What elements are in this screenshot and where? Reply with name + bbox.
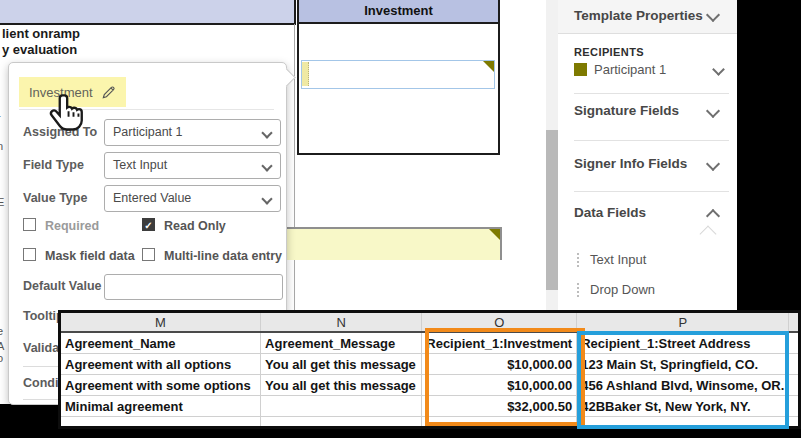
cell[interactable] (789, 332, 800, 354)
participant-color-swatch (574, 63, 587, 76)
cell[interactable]: Recipient_1:Investment (422, 332, 577, 354)
field-corner-marker (489, 229, 500, 240)
data-field-item-drop-down[interactable]: Drop Down (558, 282, 737, 300)
value-type-value: Entered Value (113, 191, 191, 205)
cell[interactable]: $10,000.00 (422, 354, 577, 375)
document-table-border (294, 24, 295, 310)
participant-label: Participant 1 (594, 62, 666, 77)
document-scrollbar[interactable] (546, 0, 558, 310)
divider (574, 191, 729, 192)
signer-info-fields-label: Signer Info Fields (574, 156, 687, 171)
unselected-field-on-document[interactable] (284, 227, 502, 260)
read-only-label: Read Only (164, 219, 226, 233)
column-letter[interactable]: O (422, 312, 577, 333)
required-checkbox[interactable] (23, 218, 36, 231)
signature-fields-section[interactable]: Signature Fields (558, 103, 737, 123)
table-row: Agreement with some options You all get … (60, 375, 800, 396)
cell[interactable]: $32,000.50 (422, 396, 577, 417)
cell[interactable]: You all get this message (261, 354, 422, 375)
drag-handle-icon[interactable] (577, 283, 579, 297)
cell[interactable]: Recipient_1:Street Address (577, 332, 789, 354)
popup-callout-notch (277, 68, 295, 86)
document-investment-table: Investment (297, 0, 500, 155)
multi-line-label: Multi-line data entry (164, 249, 282, 263)
cell[interactable]: Agreement_Name (60, 332, 261, 354)
cell[interactable]: 456 Ashland Blvd, Winsome, OR. (577, 375, 789, 396)
recipient-participant-row[interactable]: Participant 1 (574, 62, 724, 78)
field-type-dropdown[interactable]: Text Input (104, 152, 281, 179)
chevron-down-icon (261, 160, 272, 171)
clipped-text-fragment: r (0, 112, 1, 124)
read-only-checkbox[interactable]: ✓ (142, 218, 155, 231)
cell[interactable] (261, 417, 422, 428)
clipped-text-fragment: o (0, 352, 3, 364)
excel-spreadsheet: M N O P Agreement_Name Agreement_Message… (58, 310, 801, 429)
drop-down-item-label: Drop Down (590, 282, 655, 297)
cell[interactable]: Minimal agreement (60, 396, 261, 417)
cell[interactable] (789, 417, 800, 428)
mask-field-data-checkbox[interactable] (23, 248, 36, 261)
signer-info-fields-section[interactable]: Signer Info Fields (558, 156, 737, 176)
scrollbar-thumb[interactable] (546, 130, 558, 290)
mask-field-data-label: Mask field data (45, 249, 135, 263)
cell[interactable] (789, 354, 800, 375)
cell[interactable] (261, 396, 422, 417)
value-type-dropdown[interactable]: Entered Value (104, 185, 281, 212)
data-fields-section[interactable]: Data Fields (558, 205, 737, 225)
cell[interactable]: Agreement with some options (60, 375, 261, 396)
cell[interactable]: Agreement_Message (261, 332, 422, 354)
cell[interactable]: You all get this message (261, 375, 422, 396)
data-field-item-text-input[interactable]: Text Input (558, 252, 737, 270)
document-table-header-left (0, 0, 296, 25)
template-properties-row[interactable]: Template Properties (558, 0, 737, 34)
field-drag-tab[interactable] (302, 62, 309, 86)
column-letter[interactable]: M (60, 312, 261, 333)
chevron-down-icon[interactable] (706, 8, 720, 22)
value-type-label: Value Type (23, 191, 87, 205)
clipped-text-fragment: n (0, 140, 3, 152)
screenshot-stage: lient onramp y evaluation Investment r n… (0, 0, 801, 438)
cell[interactable] (577, 417, 789, 428)
column-letter (789, 312, 800, 333)
cell[interactable]: $10,000.00 (422, 375, 577, 396)
document-text-line: lient onramp (2, 26, 80, 41)
investment-field-on-document[interactable] (301, 60, 495, 89)
assigned-to-dropdown[interactable]: Participant 1 (104, 119, 281, 146)
document-text-line: y evaluation (2, 42, 77, 57)
table-row: Minimal agreement $32,000.50 42BBaker St… (60, 396, 800, 417)
clipped-text-fragment: A (0, 340, 4, 352)
multi-line-checkbox[interactable] (142, 248, 155, 261)
chevron-down-icon[interactable] (706, 104, 720, 118)
default-value-input[interactable] (104, 274, 283, 300)
column-letter-row: M N O P (60, 312, 800, 333)
cell[interactable] (789, 396, 800, 417)
table-row: Agreement with all options You all get t… (60, 354, 800, 375)
cell[interactable]: 123 Main St, Springfield, CO. (577, 354, 789, 375)
hand-cursor-icon (46, 92, 90, 140)
cell[interactable] (789, 375, 800, 396)
authoring-sidebar: Template Properties RECIPIENTS Participa… (558, 0, 737, 310)
table-row: Agreement_Name Agreement_Message Recipie… (60, 332, 800, 354)
drag-handle-icon[interactable] (577, 253, 579, 267)
cell[interactable] (422, 417, 577, 428)
clipped-text-fragment: e (0, 325, 3, 337)
text-input-item-label: Text Input (590, 252, 646, 267)
column-letter[interactable]: N (261, 312, 422, 333)
cell[interactable]: Agreement with all options (60, 354, 261, 375)
data-fields-label: Data Fields (574, 205, 646, 220)
cell[interactable]: 42BBaker St, New York, NY. (577, 396, 789, 417)
divider (574, 140, 729, 141)
field-type-value: Text Input (113, 158, 167, 172)
chevron-down-icon (261, 127, 272, 138)
chevron-down-icon[interactable] (712, 63, 725, 76)
pencil-icon[interactable] (101, 85, 116, 100)
investment-column-header: Investment (299, 0, 498, 24)
divider (574, 93, 729, 94)
signature-fields-label: Signature Fields (574, 103, 679, 118)
cell[interactable] (60, 417, 261, 428)
section-notch (700, 226, 717, 243)
column-letter[interactable]: P (577, 312, 789, 333)
field-corner-marker (483, 61, 494, 72)
chevron-up-icon[interactable] (706, 209, 720, 223)
chevron-down-icon[interactable] (706, 157, 720, 171)
